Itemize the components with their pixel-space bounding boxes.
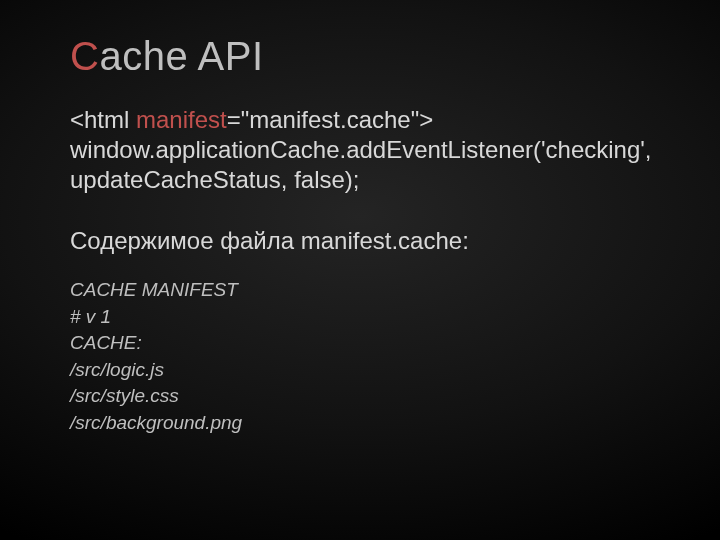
subhead-prefix: Содержимое файла (70, 227, 301, 254)
title-initial: C (70, 34, 99, 78)
subhead-filename: manifest.cache (301, 227, 462, 254)
manifest-line: # v 1 (70, 304, 650, 331)
subhead: Содержимое файла manifest.cache: (70, 227, 650, 255)
title-rest: ache API (99, 34, 263, 78)
manifest-line: /src/background.png (70, 410, 650, 437)
code-block: <html manifest="manifest.cache"> window.… (70, 105, 650, 195)
manifest-line: /src/style.css (70, 383, 650, 410)
attr-rest: ="manifest.cache"> (227, 106, 433, 133)
code-line-3: updateCacheStatus, false); (70, 165, 650, 195)
manifest-line: CACHE: (70, 330, 650, 357)
code-line-2: window.applicationCache.addEventListener… (70, 135, 650, 165)
slide: Cache API <html manifest="manifest.cache… (0, 0, 720, 540)
attr-name: manifest (136, 106, 227, 133)
manifest-line: /src/logic.js (70, 357, 650, 384)
code-line-1: <html manifest="manifest.cache"> (70, 105, 650, 135)
slide-title: Cache API (70, 34, 650, 79)
tag-open: <html (70, 106, 136, 133)
manifest-line: CACHE MANIFEST (70, 277, 650, 304)
manifest-content: CACHE MANIFEST # v 1 CACHE: /src/logic.j… (70, 277, 650, 437)
subhead-suffix: : (462, 227, 469, 254)
